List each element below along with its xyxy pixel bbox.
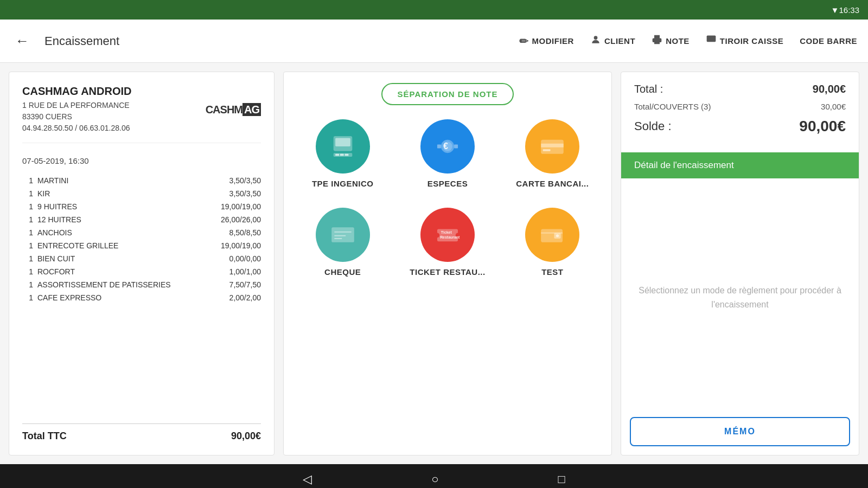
summary-totals: Total : 90,00€ Total/COUVERTS (3) 30,00€… — [621, 72, 859, 152]
payment-label-test: TEST — [541, 267, 563, 277]
payment-item-carte[interactable]: CARTE BANCAI... — [505, 114, 601, 194]
detail-body: Sélectionnez un mode de règlement pour p… — [621, 178, 859, 417]
item-name: 12 HUITRES — [37, 215, 216, 224]
item-price: 19,00/19,00 — [221, 202, 261, 211]
receipt-item: 1 ROCFORT 1,00/1,00 — [22, 265, 261, 278]
total-row: Total : 90,00€ — [634, 83, 846, 95]
client-button[interactable]: CLIENT — [590, 34, 635, 48]
payment-icon-tpe — [316, 119, 370, 174]
item-name: CAFE EXPRESSO — [37, 293, 225, 302]
nav-recents-button[interactable]: □ — [558, 472, 565, 486]
separation-note-button[interactable]: SÉPARATION DE NOTE — [381, 83, 514, 105]
item-qty: 1 — [22, 228, 33, 237]
item-qty: 1 — [22, 189, 33, 198]
item-qty: 1 — [22, 254, 33, 263]
item-qty: 1 — [22, 202, 33, 211]
payment-item-ticket[interactable]: TicketRestaurant TICKET RESTAU... — [399, 202, 495, 282]
company-info: CASHMAG ANDROID 1 RUE DE LA PERFORMANCE … — [22, 85, 131, 134]
back-button[interactable]: ← — [11, 30, 34, 52]
item-price: 8,50/8,50 — [229, 228, 261, 237]
total-value: 90,00€ — [813, 83, 846, 95]
status-bar: ▼ 16:33 — [0, 0, 868, 20]
receipt-item: 1 KIR 3,50/3,50 — [22, 187, 261, 200]
company-name: CASHMAG ANDROID — [22, 85, 131, 98]
item-qty: 1 — [22, 215, 33, 224]
top-actions: ✏ MODIFIER CLIENT NOTE TIROIR CAISSE — [519, 34, 857, 48]
solde-row: Solde : 90,00€ — [634, 118, 846, 135]
nav-back-button[interactable]: ◁ — [303, 472, 312, 486]
item-qty: 1 — [22, 293, 33, 302]
detail-header: Détail de l'encaissement — [621, 152, 859, 178]
receipt-item: 1 CAFE EXPRESSO 2,00/2,00 — [22, 291, 261, 304]
svg-text:Ticket: Ticket — [441, 230, 452, 234]
item-name: 9 HUITRES — [37, 202, 216, 211]
svg-rect-6 — [340, 154, 343, 156]
payment-label-tpe: TPE INGENICO — [312, 179, 374, 188]
content-area: CASHMAG ANDROID 1 RUE DE LA PERFORMANCE … — [0, 63, 868, 464]
solde-value: 90,00€ — [799, 118, 846, 135]
receipt-item: 1 12 HUITRES 26,00/26,00 — [22, 213, 261, 226]
nav-home-button[interactable]: ○ — [431, 472, 438, 486]
svg-point-27 — [556, 234, 559, 237]
note-button[interactable]: NOTE — [652, 34, 690, 48]
item-price: 19,00/19,00 — [221, 241, 261, 250]
svg-text:Restaurant: Restaurant — [440, 235, 460, 239]
cash-drawer-icon — [706, 34, 717, 48]
solde-label: Solde : — [634, 119, 672, 133]
nav-bar: ◁ ○ □ — [0, 464, 868, 488]
receipt-date: 07-05-2019, 16:30 — [22, 156, 261, 165]
item-name: KIR — [37, 189, 225, 198]
receipt-item: 1 ENTRECOTE GRILLEE 19,00/19,00 — [22, 239, 261, 252]
item-name: ROCFORT — [37, 267, 225, 276]
user-icon — [590, 34, 601, 48]
total-label: Total TTC — [22, 431, 67, 442]
payment-item-cheque[interactable]: CHEQUE — [295, 202, 391, 282]
item-name: MARTINI — [37, 176, 225, 185]
item-qty: 1 — [22, 176, 33, 185]
svg-rect-7 — [344, 154, 348, 156]
receipt-items: 1 MARTINI 3,50/3,50 1 KIR 3,50/3,50 1 9 … — [22, 174, 261, 415]
couverts-value: 30,00€ — [821, 102, 846, 111]
payment-item-test[interactable]: TEST — [505, 202, 601, 282]
payment-label-carte: CARTE BANCAI... — [516, 179, 589, 188]
company-logo: CASHMAG — [206, 104, 261, 116]
svg-rect-14 — [541, 144, 564, 147]
payment-grid: TPE INGENICO € ESPECES CARTE BANCAI... C… — [295, 114, 601, 282]
company-address-line2: 83390 CUERS — [22, 111, 131, 123]
receipt-panel: CASHMAG ANDROID 1 RUE DE LA PERFORMANCE … — [9, 72, 275, 455]
svg-text:€: € — [443, 142, 448, 151]
payment-label-especes: ESPECES — [427, 179, 468, 188]
payment-item-especes[interactable]: € ESPECES — [399, 114, 495, 194]
item-price: 26,00/26,00 — [221, 215, 261, 224]
payment-item-tpe[interactable]: TPE INGENICO — [295, 114, 391, 194]
receipt-item: 1 ANCHOIS 8,50/8,50 — [22, 226, 261, 239]
main-area: ← Encaissement ✏ MODIFIER CLIENT NOTE — [0, 20, 868, 464]
total-label: Total : — [634, 83, 663, 95]
item-name: ANCHOIS — [37, 228, 225, 237]
printer-icon — [652, 34, 662, 48]
svg-rect-12 — [454, 145, 458, 149]
total-value: 90,00€ — [231, 431, 261, 442]
receipt-total: Total TTC 90,00€ — [22, 423, 261, 442]
memo-button[interactable]: MÉMO — [630, 417, 850, 446]
svg-point-21 — [435, 233, 440, 238]
item-qty: 1 — [22, 241, 33, 250]
detail-placeholder: Sélectionnez un mode de règlement pour p… — [634, 284, 846, 311]
receipt-item: 1 MARTINI 3,50/3,50 — [22, 174, 261, 187]
company-phone: 04.94.28.50.50 / 06.63.01.28.06 — [22, 123, 131, 134]
pencil-icon: ✏ — [519, 35, 529, 48]
wifi-icon: ▼ — [831, 5, 839, 15]
item-name: ASSORTISSEMENT DE PATISSERIES — [37, 280, 225, 289]
item-price: 3,50/3,50 — [229, 176, 261, 185]
item-price: 7,50/7,50 — [229, 280, 261, 289]
svg-rect-16 — [331, 227, 354, 242]
code-barre-button[interactable]: CODE BARRE — [800, 36, 857, 46]
item-qty: 1 — [22, 267, 33, 276]
payment-label-ticket: TICKET RESTAU... — [410, 267, 485, 277]
item-name: BIEN CUIT — [37, 254, 225, 263]
modifier-button[interactable]: ✏ MODIFIER — [519, 35, 574, 48]
svg-rect-11 — [437, 145, 441, 149]
clock: 16:33 — [839, 5, 859, 15]
item-name: ENTRECOTE GRILLEE — [37, 241, 216, 250]
tiroir-caisse-button[interactable]: TIROIR CAISSE — [706, 34, 783, 48]
